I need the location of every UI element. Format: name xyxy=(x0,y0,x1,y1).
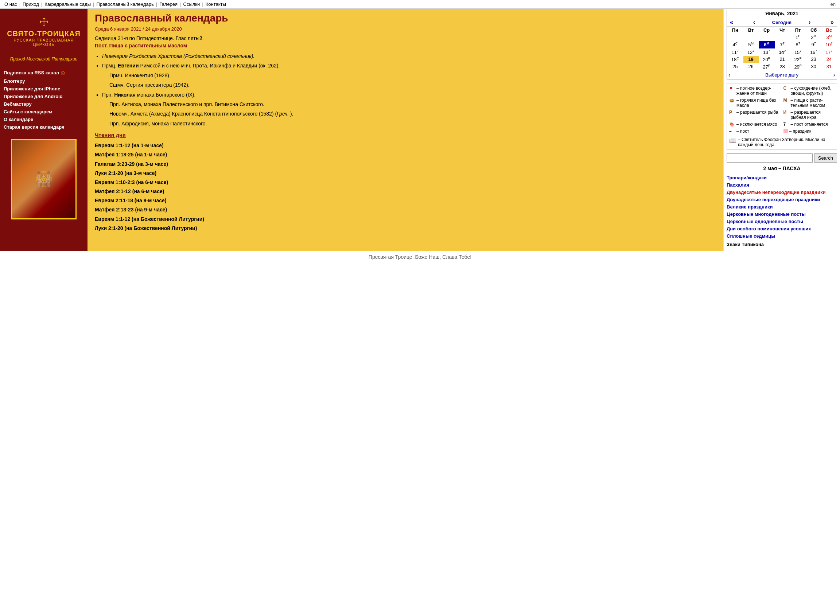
webmaster-link[interactable]: Вебмастеру xyxy=(4,101,84,107)
calendar-day[interactable]: 31 xyxy=(821,63,837,70)
calendar-day[interactable]: 167 xyxy=(806,48,821,56)
tropari-link[interactable]: Тропари/кондаки xyxy=(727,175,837,180)
android-app-link[interactable]: Приложение для Android xyxy=(4,94,84,99)
date-select-label[interactable]: Выберите дату xyxy=(765,72,799,78)
church-logo: ☩ СВЯТО-ТРОИЦКАЯ РУССКАЯ ПРАВОСЛАВНАЯ ЦЕ… xyxy=(4,16,84,47)
calendar-day[interactable]: 147 xyxy=(775,48,790,56)
list-item[interactable]: Матфея 2:13-23 (на 9-м часе) xyxy=(95,205,716,214)
calendar-prev-prev-btn[interactable]: « xyxy=(727,18,736,26)
nav-item-contacts[interactable]: Контакты xyxy=(206,1,226,7)
date-select-prev[interactable]: ‹ xyxy=(728,72,730,78)
calendar-next-next-btn[interactable]: » xyxy=(828,18,837,26)
sploshn-link[interactable]: Сплошные седмицы xyxy=(727,233,837,239)
search-area: Search xyxy=(727,154,837,163)
calendar-day[interactable]: 21 xyxy=(775,56,790,63)
calendar-day-empty xyxy=(743,34,759,41)
list-item[interactable]: Матфея 2:1-12 (на 6-м часе) xyxy=(95,187,716,196)
legend-item-holiday: – праздник xyxy=(783,129,835,134)
legend: ✕ – полное воздер­жание от пищи С – сухо… xyxy=(727,83,837,150)
nav-item-parish[interactable]: Приход xyxy=(23,1,39,7)
nav-item-about[interactable]: О нас xyxy=(4,1,17,7)
calendar-day[interactable]: 3М xyxy=(821,34,837,41)
iphone-app-link[interactable]: Приложение для iPhone xyxy=(4,86,84,91)
calendar-sites-link[interactable]: Сайты с календарем xyxy=(4,109,84,114)
pominoven-link[interactable]: Дни особого поминовения усопших xyxy=(727,226,837,232)
search-button[interactable]: Search xyxy=(814,154,837,163)
weekday-header-thu: Чт xyxy=(775,26,790,34)
list-item: Прмч. Иннокентия (1928). xyxy=(109,72,716,79)
blogger-link[interactable]: Блоггеру xyxy=(4,78,84,84)
list-item[interactable]: Евреям 1:1-12 (на Божественной Литургии) xyxy=(95,215,716,224)
list-item[interactable]: Галатам 3:23-29 (на 3-м часе) xyxy=(95,160,716,169)
calendar-day[interactable]: 97 xyxy=(806,41,821,48)
mnogodn-link[interactable]: Церковные многодневные посты xyxy=(727,211,837,217)
church-name: СВЯТО-ТРОИЦКАЯ xyxy=(4,29,84,38)
calendar-day[interactable]: 22Р xyxy=(790,56,806,63)
left-sidebar: ☩ СВЯТО-ТРОИЦКАЯ РУССКАЯ ПРАВОСЛАВНАЯ ЦЕ… xyxy=(0,9,88,251)
calendar-day[interactable]: 2М xyxy=(806,34,821,41)
calendar-day[interactable]: 4С xyxy=(727,41,743,48)
calendar-day-empty xyxy=(775,34,790,41)
feofan-note: 📖 – Святитель Феофан Затворник. Мысли на… xyxy=(729,137,834,147)
about-calendar-link[interactable]: О календаре xyxy=(4,117,84,122)
fast-info: Пост. Пища с растительным маслом xyxy=(95,43,716,48)
legend-nomeat-text: – исключается мясо xyxy=(736,122,777,127)
legend-item-caviar: И – разрешается рыбная икра xyxy=(783,110,835,120)
calendar-day[interactable]: 87 xyxy=(790,41,806,48)
calendar-day[interactable]: 19 xyxy=(743,56,759,63)
main-wrapper: ☩ СВЯТО-ТРОИЦКАЯ РУССКАЯ ПРАВОСЛАВНАЯ ЦЕ… xyxy=(0,9,840,251)
old-calendar-link[interactable]: Старая версия календаря xyxy=(4,124,84,130)
legend-fast-text: – пост xyxy=(736,129,749,134)
calendar-day[interactable]: 23 xyxy=(806,56,821,63)
calendar-prev-btn[interactable]: ‹ xyxy=(750,18,758,26)
calendar-day-today[interactable]: 6М xyxy=(759,41,775,48)
search-input[interactable] xyxy=(727,154,813,163)
list-item[interactable]: Евреям 1:10-2:3 (на 6-м часе) xyxy=(95,178,716,187)
dvenadest-neperekhod-link[interactable]: Двунадесятые непереходящие праздники xyxy=(727,189,837,195)
list-item: Сщмч. Сергия пресвитера (1942). xyxy=(109,81,716,89)
legend-abstain-text: – полное воздер­жание от пищи xyxy=(736,86,781,96)
calendar-day[interactable]: 77 xyxy=(775,41,790,48)
calendar-day[interactable]: 1С xyxy=(790,34,806,41)
list-item[interactable]: Евреям 1:1-12 (на 1-м часе) xyxy=(95,141,716,150)
legend-grid: ✕ – полное воздер­жание от пищи С – сухо… xyxy=(729,86,834,135)
paskhaliya-link[interactable]: Пасхалия xyxy=(727,182,837,188)
nav-item-gallery[interactable]: Галерея xyxy=(159,1,178,7)
velikie-link[interactable]: Великие праздники xyxy=(727,204,837,210)
calendar-day[interactable]: 18С xyxy=(727,56,743,63)
calendar-day[interactable]: 157 xyxy=(790,48,806,56)
nav-item-gardens[interactable]: Кафедральные сады xyxy=(44,1,91,7)
hot-icon: 🍲 xyxy=(729,98,735,103)
holiday-pink-icon xyxy=(783,129,788,133)
list-item[interactable]: Матфея 1:18-25 (на 1-м часе) xyxy=(95,150,716,159)
saints-list: Навечерие Рождества Христова (Рождествен… xyxy=(95,52,716,128)
calendar-day[interactable]: 26 xyxy=(743,63,759,70)
list-item[interactable]: Луки 2:1-20 (на Божественной Литургии) xyxy=(95,224,716,233)
nav-item-links[interactable]: Ссылки xyxy=(184,1,200,7)
calendar-day[interactable]: 28 xyxy=(775,63,790,70)
list-item[interactable]: Луки 2:1-20 (на 3-м часе) xyxy=(95,169,716,178)
calendar-day[interactable]: 25 xyxy=(727,63,743,70)
calendar-day[interactable]: 5М xyxy=(743,41,759,48)
list-item[interactable]: Евреям 2:11-18 (на 9-м часе) xyxy=(95,196,716,205)
nav-item-calendar[interactable]: Православный календарь xyxy=(96,1,153,7)
calendar-day[interactable]: 29Р xyxy=(790,63,806,70)
calendar-next-btn[interactable]: › xyxy=(806,18,814,26)
calendar-day[interactable]: 24 xyxy=(821,56,837,63)
calendar-day[interactable]: 177 xyxy=(821,48,837,56)
language-switch[interactable]: en xyxy=(831,1,836,7)
calendar-today-btn[interactable]: Сегодня xyxy=(772,20,792,25)
rss-link[interactable]: Подписка на RSS канал ☉ xyxy=(4,70,84,76)
calendar-day[interactable]: 117 xyxy=(727,48,743,56)
calendar-day[interactable]: 127 xyxy=(743,48,759,56)
calendar-day[interactable]: 27Р xyxy=(759,63,775,70)
odnodn-link[interactable]: Церковные однодневные посты xyxy=(727,219,837,224)
calendar-day[interactable]: 137 xyxy=(759,48,775,56)
weekday-header-mon: Пн xyxy=(727,26,743,34)
dvenadest-perekhod-link[interactable]: Двунадесятые переходящие праздники xyxy=(727,197,837,202)
calendar-day[interactable]: 20Р xyxy=(759,56,775,63)
calendar-day[interactable]: 107 xyxy=(821,41,837,48)
caviar-icon: И xyxy=(783,110,789,115)
date-select-next[interactable]: › xyxy=(833,72,835,78)
calendar-day[interactable]: 30 xyxy=(806,63,821,70)
